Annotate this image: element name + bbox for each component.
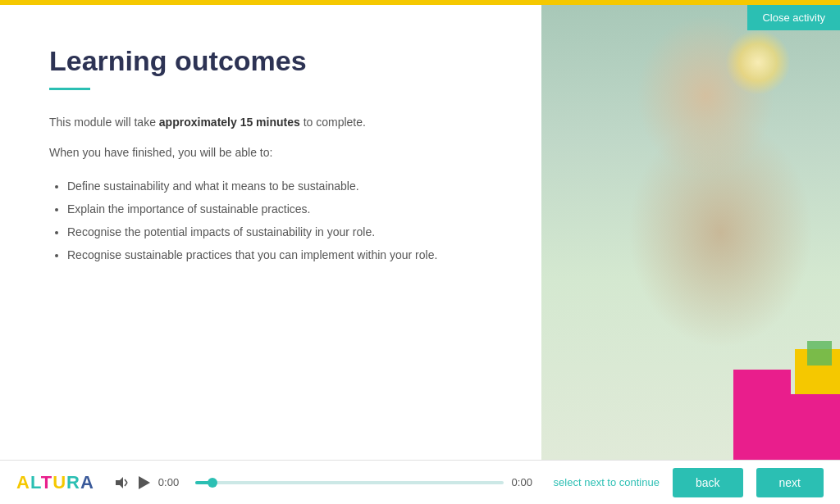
bottom-bar: ALTURA 0:00 0:00 select next to continue… (0, 460, 840, 504)
logo-letter-t: T (41, 472, 52, 493)
volume-button[interactable] (116, 477, 130, 488)
altura-logo: ALTURA (16, 472, 94, 493)
close-activity-button[interactable]: Close activity (747, 5, 840, 30)
svg-line-2 (125, 483, 127, 486)
right-image-panel (541, 5, 840, 460)
time-start-label: 0:00 (158, 476, 187, 488)
intro-text: This module will take approximately 15 m… (49, 113, 492, 131)
sun-flare (725, 30, 791, 95)
title-underline (49, 88, 90, 90)
select-next-label: select next to continue (554, 476, 660, 488)
intro-part1: This module will take (49, 116, 159, 129)
intro-highlight: approximately 15 minutes (159, 116, 300, 129)
intro-part2: to complete. (300, 116, 366, 129)
volume-icon (116, 477, 130, 488)
outcomes-list: Define sustainability and what it means … (49, 175, 492, 266)
logo-letter-u: U (52, 472, 66, 493)
main-layout: Learning outcomes This module will take … (0, 5, 840, 460)
back-button[interactable]: back (673, 468, 743, 497)
top-progress-bar (0, 0, 840, 5)
play-icon (139, 476, 150, 489)
logo-text: ALTURA (16, 472, 94, 493)
logo-letter-r: R (66, 472, 80, 493)
svg-marker-3 (139, 476, 150, 489)
bottom-right-controls: select next to continue back next (554, 468, 824, 497)
list-item: Define sustainability and what it means … (67, 175, 492, 198)
progress-dot (208, 478, 217, 488)
audio-controls: 0:00 0:00 (116, 476, 541, 489)
svg-line-1 (125, 479, 127, 483)
page-title: Learning outcomes (49, 46, 492, 76)
block-pink-small (758, 370, 791, 411)
progress-bar[interactable] (195, 481, 504, 484)
list-item: Recognise sustainable practices that you… (67, 243, 492, 266)
list-item: Explain the importance of sustainable pr… (67, 198, 492, 220)
block-green (807, 341, 832, 366)
logo-letter-a2: A (80, 472, 94, 493)
play-button[interactable] (139, 476, 150, 489)
when-finished-text: When you have finished, you will be able… (49, 143, 492, 161)
time-end-label: 0:00 (512, 476, 541, 488)
logo-letter-a: A (16, 472, 30, 493)
left-content-panel: Learning outcomes This module will take … (0, 5, 541, 460)
list-item: Recognise the potential impacts of susta… (67, 220, 492, 243)
svg-marker-0 (116, 477, 123, 488)
geometric-blocks (709, 345, 840, 460)
next-button[interactable]: next (756, 468, 824, 497)
logo-letter-l: L (30, 472, 41, 493)
